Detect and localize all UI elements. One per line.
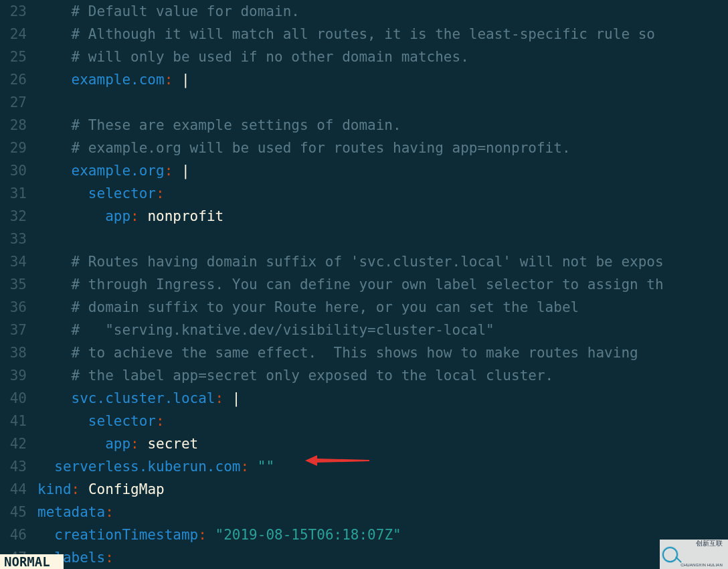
code-content[interactable]: # example.org will be used for routes ha… (37, 137, 571, 159)
code-line[interactable]: 40 svc.cluster.local: | (0, 387, 728, 410)
line-number: 39 (0, 364, 37, 387)
token: # example.org will be used for routes ha… (72, 140, 571, 156)
code-line[interactable]: 41 selector: (0, 410, 728, 432)
code-content[interactable]: # the label app=secret only exposed to t… (37, 364, 553, 387)
code-line[interactable]: 32 app: nonprofit (0, 205, 728, 228)
code-content[interactable]: # Routes having domain suffix of 'svc.cl… (37, 250, 664, 273)
token: # Routes having domain suffix of 'svc.cl… (72, 254, 664, 270)
line-number: 29 (0, 137, 37, 159)
token: selector (88, 185, 156, 201)
code-line[interactable]: 28 # These are example settings of domai… (0, 114, 728, 137)
token: | (173, 72, 189, 88)
token: | (173, 163, 189, 179)
code-content[interactable]: # "serving.knative.dev/visibility=cluste… (37, 319, 494, 341)
line-number: 27 (0, 91, 37, 114)
token: # "serving.knative.dev/visibility=cluste… (72, 322, 494, 338)
code-line[interactable]: 23 # Default value for domain. (0, 0, 728, 23)
token: : (105, 550, 114, 566)
line-number: 45 (0, 501, 37, 523)
line-number: 26 (0, 68, 37, 91)
code-content[interactable]: # domain suffix to your Route here, or y… (37, 296, 579, 319)
code-line[interactable]: 44kind: ConfigMap (0, 478, 728, 501)
code-content[interactable]: # These are example settings of domain. (37, 114, 401, 137)
code-content[interactable]: # to achieve the same effect. This shows… (37, 341, 638, 364)
token: : (156, 413, 165, 429)
line-number: 32 (0, 205, 37, 228)
code-line[interactable]: 42 app: secret (0, 432, 728, 455)
token: : (165, 72, 173, 88)
line-number: 24 (0, 23, 37, 46)
line-number: 37 (0, 319, 37, 341)
token: creationTimestamp (54, 527, 198, 543)
code-line[interactable]: 30 example.org: | (0, 159, 728, 182)
line-number: 41 (0, 410, 37, 432)
token: : (130, 436, 139, 452)
line-number: 44 (0, 478, 37, 501)
token: # through Ingress. You can define your o… (72, 276, 664, 293)
code-line[interactable]: 36 # domain suffix to your Route here, o… (0, 296, 728, 319)
code-line[interactable]: 46 creationTimestamp: "2019-08-15T06:18:… (0, 523, 728, 546)
line-number: 43 (0, 455, 37, 478)
code-line[interactable]: 33 (0, 228, 728, 250)
token: serverless.kuberun.com (54, 459, 240, 475)
code-content[interactable]: # Default value for domain. (37, 0, 300, 23)
code-content[interactable]: example.org: | (37, 159, 190, 182)
line-number: 33 (0, 228, 37, 250)
code-line[interactable]: 37 # "serving.knative.dev/visibility=clu… (0, 319, 728, 341)
token: # the label app=secret only exposed to t… (72, 368, 554, 384)
token: kind (37, 481, 72, 497)
code-content[interactable]: metadata: (37, 501, 114, 523)
token: "" (249, 459, 274, 475)
code-content[interactable]: selector: (37, 410, 165, 432)
code-content[interactable]: serverless.kuberun.com: "" (37, 455, 274, 478)
token: example.com (72, 72, 165, 88)
code-line[interactable]: 38 # to achieve the same effect. This sh… (0, 341, 728, 364)
watermark-text: 创新互联 CHUANGXIN HULIAN (680, 525, 723, 569)
line-number: 35 (0, 273, 37, 296)
token: svc.cluster.local (72, 390, 215, 406)
code-content[interactable]: app: nonprofit (37, 205, 223, 228)
code-content[interactable]: # through Ingress. You can define your o… (37, 273, 664, 296)
token: app (105, 436, 130, 452)
token: example.org (72, 163, 165, 179)
code-line[interactable]: 47 labels: (0, 546, 728, 569)
token: ConfigMap (80, 481, 164, 497)
line-number: 38 (0, 341, 37, 364)
code-content[interactable]: # will only be used if no other domain m… (37, 46, 469, 68)
line-number: 36 (0, 296, 37, 319)
token: selector (88, 413, 156, 429)
token: | (223, 390, 240, 406)
token: : (105, 504, 114, 520)
annotation-arrow-icon (305, 453, 372, 475)
token: # Default value for domain. (72, 3, 300, 19)
token: secret (139, 436, 199, 452)
token: : (165, 163, 173, 179)
code-content[interactable]: selector: (37, 182, 165, 205)
code-content[interactable]: example.com: | (37, 68, 190, 91)
code-line[interactable]: 29 # example.org will be used for routes… (0, 137, 728, 159)
token: # will only be used if no other domain m… (72, 49, 469, 65)
code-line[interactable]: 25 # will only be used if no other domai… (0, 46, 728, 68)
code-line[interactable]: 27 (0, 91, 728, 114)
code-content[interactable]: svc.cluster.local: | (37, 387, 240, 410)
token: "2019-08-15T06:18:07Z" (207, 527, 401, 543)
code-line[interactable]: 45metadata: (0, 501, 728, 523)
code-content[interactable]: creationTimestamp: "2019-08-15T06:18:07Z… (37, 523, 401, 546)
code-line[interactable]: 24 # Although it will match all routes, … (0, 23, 728, 46)
code-content[interactable]: kind: ConfigMap (37, 478, 165, 501)
code-line[interactable]: 26 example.com: | (0, 68, 728, 91)
code-editor[interactable]: 23 # Default value for domain.24 # Altho… (0, 0, 728, 569)
code-content[interactable]: # Although it will match all routes, it … (37, 23, 664, 46)
watermark-logo-icon (662, 547, 678, 562)
vim-mode-indicator: NORMAL (0, 554, 64, 569)
line-number: 34 (0, 250, 37, 273)
token: : (240, 459, 249, 475)
code-line[interactable]: 34 # Routes having domain suffix of 'svc… (0, 250, 728, 273)
token: # domain suffix to your Route here, or y… (72, 299, 579, 315)
token: # Although it will match all routes, it … (72, 26, 664, 42)
code-line[interactable]: 31 selector: (0, 182, 728, 205)
line-number: 25 (0, 46, 37, 68)
code-content[interactable]: app: secret (37, 432, 198, 455)
code-line[interactable]: 35 # through Ingress. You can define you… (0, 273, 728, 296)
code-line[interactable]: 39 # the label app=secret only exposed t… (0, 364, 728, 387)
